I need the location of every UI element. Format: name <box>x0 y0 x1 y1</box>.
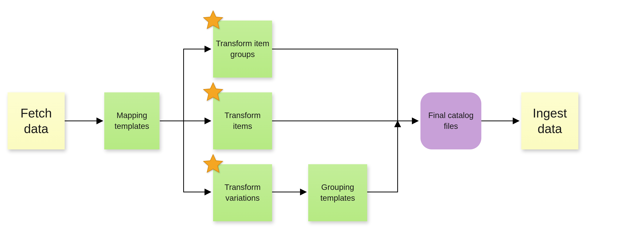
node-mapping-templates: Mapping templates <box>104 92 160 149</box>
node-label: Fetch data <box>10 105 62 137</box>
node-label: Transform items <box>215 110 270 132</box>
node-transform-item-groups: Transform item groups <box>213 20 272 78</box>
edge-mapping-to-transform-item-groups <box>184 49 211 121</box>
node-transform-items: Transform items <box>213 92 272 149</box>
node-fetch-data: Fetch data <box>8 92 65 149</box>
node-ingest-data: Ingest data <box>521 92 578 149</box>
node-transform-variations: Transform variations <box>213 164 272 221</box>
node-label: Final catalog files <box>423 110 479 132</box>
diagram-canvas: Fetch data Mapping templates Transform i… <box>0 0 644 234</box>
node-label: Mapping templates <box>106 110 157 132</box>
edge-item-groups-to-final <box>272 49 418 121</box>
edge-mapping-to-transform-variations <box>184 121 211 192</box>
node-label: Transform item groups <box>215 38 270 60</box>
edge-grouping-to-final <box>367 121 398 192</box>
node-label: Transform variations <box>215 182 270 203</box>
node-label: Ingest data <box>524 105 576 137</box>
node-label: Grouping templates <box>310 182 365 203</box>
node-final-catalog-files: Final catalog files <box>420 92 481 149</box>
node-grouping-templates: Grouping templates <box>308 164 367 221</box>
